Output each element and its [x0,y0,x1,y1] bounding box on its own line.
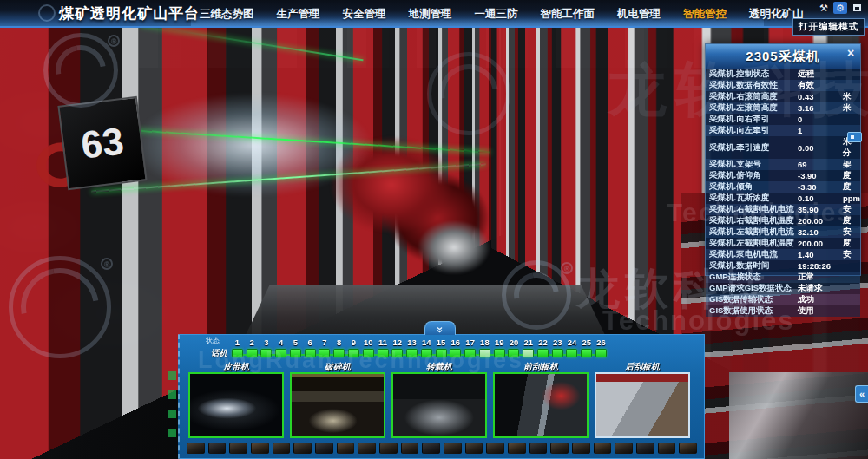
camera-thumb-2[interactable] [290,372,385,438]
filmstrip-thumb[interactable] [486,443,504,454]
channel-status-block[interactable] [348,349,359,357]
nav-item-4[interactable]: 地测管理 [409,7,452,22]
nav-item-6[interactable]: 智能工作面 [541,7,595,22]
row-value: 32.10 [798,227,843,237]
machine-label: 皮带机 [188,361,284,373]
filmstrip-thumb[interactable] [379,443,398,454]
row-value: 1 [798,126,843,135]
channel-status-block[interactable] [494,349,505,357]
support-base-machinery [729,372,868,459]
channel-status-block[interactable] [378,349,389,357]
camera-thumb-4[interactable] [493,372,589,438]
channel-status-block[interactable] [275,349,286,357]
filmstrip-thumb[interactable] [208,443,227,454]
channel-status-block[interactable] [333,349,345,357]
channel-status-block[interactable] [391,349,403,357]
filmstrip-thumb[interactable] [550,443,569,454]
collapse-panel-button[interactable]: » [424,321,456,335]
channel-status-block[interactable] [479,349,490,357]
data-row: GIS数据使用状态使用 [706,305,860,317]
tools-icon[interactable]: ⚒ [817,2,831,14]
channel-status-block[interactable] [363,349,374,357]
row-label: 采煤机.倾角 [709,181,798,193]
row-value: 有效 [798,80,843,91]
maximize-glyph [853,4,861,11]
row-label: 采煤机.左截割电机电流 [709,226,798,238]
channel-status-block[interactable] [232,349,243,357]
filmstrip-thumb[interactable] [615,443,633,454]
channel-status-block[interactable] [552,349,563,357]
machine-label: 破碎机 [290,361,385,373]
filmstrip-thumb[interactable] [529,443,548,454]
channel-status-block[interactable] [450,349,461,357]
filmstrip-thumb[interactable] [293,443,312,454]
channel-status-block[interactable] [421,349,432,357]
row-value: 0.00 [798,143,843,153]
filmstrip-thumb[interactable] [358,443,376,454]
nav-item-8[interactable]: 智能管控 [683,7,727,22]
gear-icon[interactable]: ⚙ [833,2,847,14]
channel-status-block[interactable] [305,349,316,357]
filmstrip-thumb[interactable] [273,443,291,454]
row-label: 采煤机.瓦斯浓度 [709,193,798,204]
filmstrip-thumb[interactable] [679,443,697,454]
channel-4: 4 [273,338,288,360]
channel-20: 20 [507,338,522,360]
filmstrip-thumb[interactable] [444,443,462,454]
nav-item-5[interactable]: 一通三防 [475,7,518,22]
app-window: 63 ® ® ® 龙软科技 Technologies 龙软科技 Technolo… [0,0,868,459]
channel-status-block[interactable] [537,349,549,357]
channel-status-block[interactable] [260,349,272,357]
open-edit-mode-button[interactable]: 打开编辑模式 [792,18,865,36]
filmstrip-thumb[interactable] [636,443,654,454]
channel-status-block[interactable] [247,349,258,357]
nav-item-7[interactable]: 机电管理 [617,7,661,22]
channel-status-block[interactable] [508,349,519,357]
maximize-icon[interactable] [850,2,864,14]
nav-item-1[interactable]: 三维态势图 [200,7,254,22]
channel-26: 26 [594,338,608,360]
close-icon[interactable]: × [844,46,858,60]
filmstrip-thumb[interactable] [422,443,440,454]
channel-status-block[interactable] [406,349,418,357]
channel-status-block[interactable] [581,349,592,357]
channel-status-block[interactable] [464,349,476,357]
filmstrip-thumb[interactable] [337,443,355,454]
row-unit: ppm [843,193,860,203]
channel-status-block[interactable] [436,349,447,357]
filmstrip-thumb[interactable] [187,443,205,454]
channel-status-block[interactable] [523,349,534,357]
data-row: 采煤机.泵电机电流1.40安 [706,249,860,260]
row-value: 正常 [798,272,843,283]
filmstrip-thumb[interactable] [572,443,590,454]
filmstrip-thumb[interactable] [315,443,333,454]
filmstrip-thumb[interactable] [465,443,483,454]
channel-status-block[interactable] [290,349,301,357]
camera-thumb-3[interactable] [391,372,487,438]
row-label: GMP请求GIS数据状态 [709,283,798,294]
filmstrip-thumb[interactable] [401,443,419,454]
filmstrip-thumb[interactable] [594,443,612,454]
data-row: GMP连接状态正常 [706,272,860,283]
filmstrip-thumb[interactable] [508,443,526,454]
filmstrip-thumb[interactable] [251,443,269,454]
filmstrip-thumb[interactable] [658,443,676,454]
nav-item-3[interactable]: 安全管理 [343,7,386,22]
filmstrip-thumb[interactable] [229,443,247,454]
window-controls: ⚒ ⚙ [817,2,864,14]
channel-status-block[interactable] [595,349,607,357]
channel-status-block[interactable] [319,349,330,357]
scene-marker-tag[interactable] [847,132,862,142]
nav-item-2[interactable]: 生产管理 [277,7,320,22]
channel-number: 15 [437,338,446,348]
camera-thumb-5[interactable] [595,372,690,438]
expand-side-panel-button[interactable]: « [855,385,868,403]
channel-number: 13 [407,338,417,348]
row-label: 采煤机.左滚筒高度 [709,102,798,114]
channel-status-block[interactable] [566,349,577,357]
channel-number: 17 [465,338,475,348]
row-label: 采煤机.向左牵引 [709,125,798,136]
row-value: 未请求 [798,283,843,294]
row-value: 成功 [798,294,843,305]
camera-thumb-1[interactable] [188,372,284,438]
